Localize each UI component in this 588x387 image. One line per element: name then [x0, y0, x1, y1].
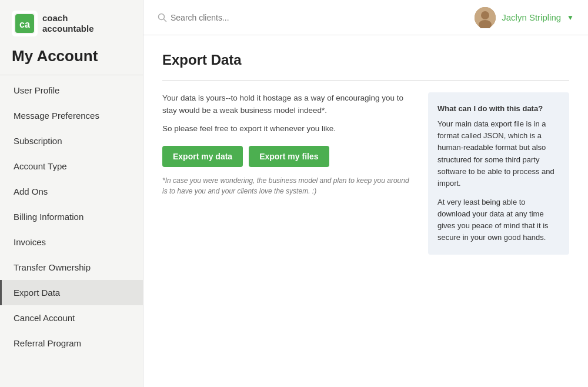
- svg-line-5: [164, 19, 166, 21]
- sidebar-item-account-type[interactable]: Account Type: [0, 154, 143, 179]
- svg-text:ca: ca: [19, 19, 30, 29]
- sidebar-item-cancel-account[interactable]: Cancel Account: [0, 305, 143, 331]
- svg-point-7: [481, 11, 489, 19]
- sidebar-item-transfer-ownership[interactable]: Transfer Ownership: [0, 255, 143, 280]
- content-left: Your data is yours--to hold it hostage a…: [162, 92, 428, 255]
- sidebar-item-add-ons[interactable]: Add Ons: [0, 179, 143, 204]
- search-area: [158, 13, 300, 22]
- username-label: Jaclyn Stripling: [502, 12, 561, 22]
- avatar: [475, 7, 496, 28]
- sidebar-item-export-data[interactable]: Export Data: [0, 280, 143, 305]
- sidebar-item-subscription[interactable]: Subscription: [0, 128, 143, 154]
- intro-line2: So please feel free to export it wheneve…: [162, 123, 409, 135]
- footnote-text: *In case you were wondering, the busines…: [162, 175, 409, 196]
- main-content: Export Data Your data is yours--to hold …: [143, 35, 588, 387]
- sidebar-item-invoices[interactable]: Invoices: [0, 229, 143, 255]
- sidebar-item-user-profile[interactable]: User Profile: [0, 78, 143, 103]
- content-layout: Your data is yours--to hold it hostage a…: [162, 92, 569, 255]
- sidebar-item-billing-information[interactable]: Billing Information: [0, 204, 143, 229]
- top-bar: Jaclyn Stripling ▼: [143, 0, 588, 35]
- intro-line1: Your data is yours--to hold it hostage a…: [162, 92, 409, 117]
- page-title: My Account: [0, 42, 143, 75]
- export-data-button[interactable]: Export my data: [162, 146, 243, 167]
- search-icon: [158, 13, 167, 22]
- sidebar-panel-title: What can I do with this data?: [437, 103, 560, 115]
- nav-divider: [0, 75, 143, 75]
- sidebar: ca coachaccountable My Account User Prof…: [0, 0, 143, 387]
- sidebar-panel-text2: At very least being able to download you…: [437, 196, 560, 244]
- logo-area: ca coachaccountable: [0, 0, 143, 42]
- button-row: Export my data Export my files: [162, 146, 409, 167]
- user-area[interactable]: Jaclyn Stripling ▼: [475, 7, 574, 28]
- sidebar-item-referral-program[interactable]: Referral Program: [0, 331, 143, 356]
- export-files-button[interactable]: Export my files: [249, 146, 329, 167]
- sidebar-item-message-preferences[interactable]: Message Preferences: [0, 103, 143, 128]
- sidebar-panel-text1: Your main data export file is in a forma…: [437, 118, 560, 189]
- content-right-panel: What can I do with this data? Your main …: [428, 92, 569, 255]
- content-title: Export Data: [162, 52, 569, 68]
- logo-icon: ca: [12, 11, 38, 36]
- search-input[interactable]: [171, 13, 300, 22]
- content-divider: [162, 80, 569, 81]
- main-wrapper: Jaclyn Stripling ▼ Export Data Your data…: [143, 0, 588, 387]
- chevron-down-icon: ▼: [567, 14, 574, 22]
